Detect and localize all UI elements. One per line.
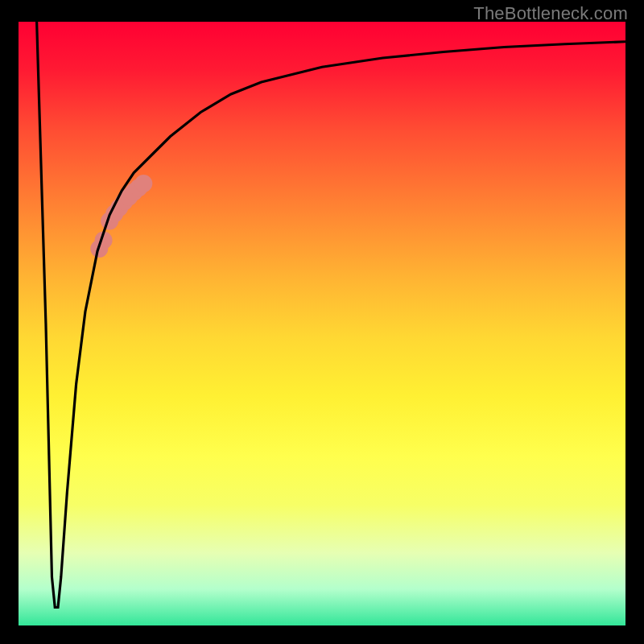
watermark-text: TheBottleneck.com (473, 3, 628, 24)
bottleneck-curve-path (37, 22, 625, 608)
chart-svg (19, 22, 625, 625)
chart-frame (19, 22, 625, 625)
highlight-dot (134, 175, 152, 192)
